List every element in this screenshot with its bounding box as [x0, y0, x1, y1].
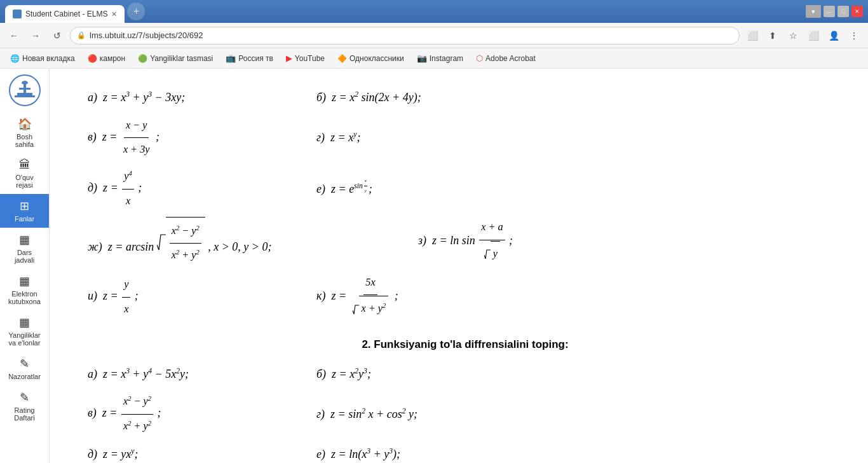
close-button[interactable]: ✕: [851, 6, 863, 17]
sidebar-label-nazoratlar: Nazoratlar: [8, 373, 41, 380]
home-icon: 🏠: [18, 117, 32, 131]
profile-button[interactable]: 👤: [825, 27, 843, 45]
bookmark-odnoklassniki[interactable]: 🔶 Одноклассники: [332, 52, 409, 65]
math-content: а) z = x3 + y3 − 3xy; б) z = x2 sin(2x +…: [88, 85, 843, 463]
new-tab-button[interactable]: +: [127, 3, 145, 20]
kamron-icon: 🔴: [88, 54, 97, 63]
bookmarks-bar: 🌐 Новая вкладка 🔴 камрон 🟢 Yangiliklar t…: [0, 48, 868, 69]
s2-math-item-b: б) z = x2y3;: [316, 362, 520, 387]
menu-button[interactable]: ⋮: [845, 27, 863, 45]
bookmark-label: Adobe Acrobat: [485, 54, 536, 63]
minimize-button[interactable]: —: [824, 6, 835, 17]
sidebar-item-dars[interactable]: ▦ Darsjadvali: [0, 228, 49, 269]
tab-area: Student Cabinet - ELMS ✕ +: [5, 0, 145, 23]
math-row-1: а) z = x3 + y3 − 3xy; б) z = x2 sin(2x +…: [88, 85, 843, 111]
elektron-icon: ▦: [19, 274, 30, 288]
sidebar-label-bosh: Boshsahifa: [15, 133, 34, 148]
url-text: lms.ubtuit.uz/7/subjects/20/692: [90, 31, 203, 40]
svg-rect-2: [15, 95, 35, 97]
section2-title: 2. Funksiyanig to'la diffrensialini topi…: [88, 333, 843, 356]
sidebar-item-bosh[interactable]: 🏠 Boshsahifa: [0, 112, 49, 153]
math-row-5: и) z = y x ; к) z = 5x: [88, 272, 843, 323]
bookmark-russia-tv[interactable]: 📺 Россия тв: [220, 52, 278, 65]
new-tab-icon: 🌐: [10, 54, 20, 63]
share-button[interactable]: ⬆: [764, 27, 782, 45]
bookmark-label: камрон: [100, 54, 125, 63]
maximize-button[interactable]: □: [837, 6, 849, 17]
math-row-2: в) z = x − y x + 3y ; г) z = xy;: [88, 114, 843, 162]
ok-icon: 🔶: [337, 54, 347, 63]
sidebar: 🏠 Boshsahifa 🏛 O'quvrejasi ⊞ Fanlar ▦ Da…: [0, 69, 50, 463]
s2-math-row-3: д) z = yxy; е) z = ln(x3 + y3);: [88, 442, 843, 463]
address-bar[interactable]: 🔒 lms.ubtuit.uz/7/subjects/20/692: [70, 27, 740, 45]
sidebar-label-fanlar: Fanlar: [15, 215, 34, 223]
extensions-button[interactable]: ⬜: [804, 27, 822, 45]
sidebar-label-oquv: O'quvrejasi: [15, 174, 33, 189]
formula-zh: ж) z = arcsin x2 − y2 x2 + y2: [88, 217, 271, 267]
nazoratlar-icon: ✎: [20, 357, 29, 371]
bookmark-label: Одноклассники: [349, 54, 404, 63]
tab-close-button[interactable]: ✕: [111, 10, 117, 18]
back-button[interactable]: ←: [5, 27, 23, 45]
formula-g: г) z = xy;: [316, 125, 360, 151]
refresh-button[interactable]: ↺: [48, 27, 66, 45]
math-item-i: и) z = y x ;: [88, 273, 291, 321]
bookmark-label: YouTube: [295, 54, 325, 63]
s2-formula-b: б) z = x2y3;: [316, 362, 371, 387]
sidebar-item-yangiliklar[interactable]: ▦ Yangiliklarva e'lonlar: [0, 310, 49, 352]
sidebar-label-elektron: Elektronkutubxona: [8, 290, 41, 305]
bookmark-instagram[interactable]: 📷 Instagram: [412, 52, 468, 65]
screen-cast-button[interactable]: ⬜: [743, 27, 761, 45]
bookmark-kamron[interactable]: 🔴 камрон: [83, 52, 130, 65]
window-controls: ▾ — □ ✕: [806, 5, 863, 18]
sidebar-item-rating[interactable]: ✎ RatingDaftari: [0, 385, 49, 427]
nav-right-icons: ⬜ ⬆ ☆ ⬜ 👤 ⋮: [743, 27, 863, 45]
tab-favicon: [13, 10, 22, 18]
s2-formula-d: д) z = yxy;: [88, 442, 138, 463]
bookmark-yangiliklar[interactable]: 🟢 Yangiliklar tasmasi: [133, 52, 218, 65]
bookmark-label: Yangiliklar tasmasi: [150, 54, 213, 63]
sidebar-item-fanlar[interactable]: ⊞ Fanlar: [0, 194, 49, 228]
bookmark-label: Instagram: [430, 54, 463, 63]
bookmark-youtube[interactable]: ▶ YouTube: [281, 52, 330, 65]
s2-math-item-d: д) z = yxy;: [88, 442, 291, 463]
bookmark-new-tab[interactable]: 🌐 Новая вкладка: [5, 52, 80, 65]
math-row-4: ж) z = arcsin x2 − y2 x2 + y2: [88, 216, 843, 268]
bookmark-label: Новая вкладка: [22, 54, 75, 63]
math-item-e: е) z = esinxy;: [316, 176, 520, 202]
sidebar-item-elektron[interactable]: ▦ Elektronkutubxona: [0, 269, 49, 310]
svg-rect-1: [17, 93, 32, 95]
s2-formula-v: в) z = x2 − y2 x2 + y2 ;: [88, 390, 161, 438]
russia-tv-icon: 📺: [226, 53, 236, 63]
fanlar-icon: ⊞: [20, 199, 29, 213]
formula-a: а) z = x3 + y3 − 3xy;: [88, 85, 185, 111]
navbar: ← → ↺ 🔒 lms.ubtuit.uz/7/subjects/20/692 …: [0, 23, 868, 48]
forward-button[interactable]: →: [27, 27, 44, 45]
math-item-v: в) z = x − y x + 3y ;: [88, 114, 291, 162]
oquv-icon: 🏛: [19, 158, 31, 172]
math-item-d: д) z = y4 x ;: [88, 165, 291, 212]
lock-icon: 🔒: [77, 31, 86, 39]
math-item-g: г) z = xy;: [316, 125, 520, 151]
sidebar-item-oquv[interactable]: 🏛 O'quvrejasi: [0, 153, 49, 194]
s2-math-item-v: в) z = x2 − y2 x2 + y2 ;: [88, 390, 291, 438]
bookmark-button[interactable]: ☆: [784, 27, 802, 45]
s2-math-item-e: е) z = ln(x3 + y3);: [316, 442, 520, 463]
bookmark-adobe[interactable]: ⬡ Adobe Acrobat: [471, 52, 541, 65]
formula-b: б) z = x2 sin(2x + 4y);: [316, 85, 421, 111]
math-item-zh: ж) z = arcsin x2 − y2 x2 + y2: [88, 217, 393, 267]
s2-math-item-a: а) z = x3 + y4 − 5x2y;: [88, 362, 291, 387]
math-item-k: к) z = 5x x + y2: [316, 272, 520, 323]
math-row-3: д) z = y4 x ; е) z = esinxy;: [88, 165, 843, 212]
adobe-icon: ⬡: [476, 53, 483, 63]
sidebar-item-nazoratlar[interactable]: ✎ Nazoratlar: [0, 352, 49, 385]
s2-math-row-1: а) z = x3 + y4 − 5x2y; б) z = x2y3;: [88, 362, 843, 387]
dropdown-arrow[interactable]: ▾: [806, 5, 821, 18]
content-area: а) z = x3 + y3 − 3xy; б) z = x2 sin(2x +…: [50, 69, 868, 463]
bookmark-label: Россия тв: [238, 54, 273, 63]
tab-title: Student Cabinet - ELMS: [25, 10, 107, 18]
formula-v: в) z = x − y x + 3y ;: [88, 114, 159, 162]
s2-math-item-g: г) z = sin2 x + cos2 y;: [316, 402, 520, 427]
sidebar-label-rating: RatingDaftari: [14, 406, 34, 422]
active-tab[interactable]: Student Cabinet - ELMS ✕: [5, 5, 125, 23]
